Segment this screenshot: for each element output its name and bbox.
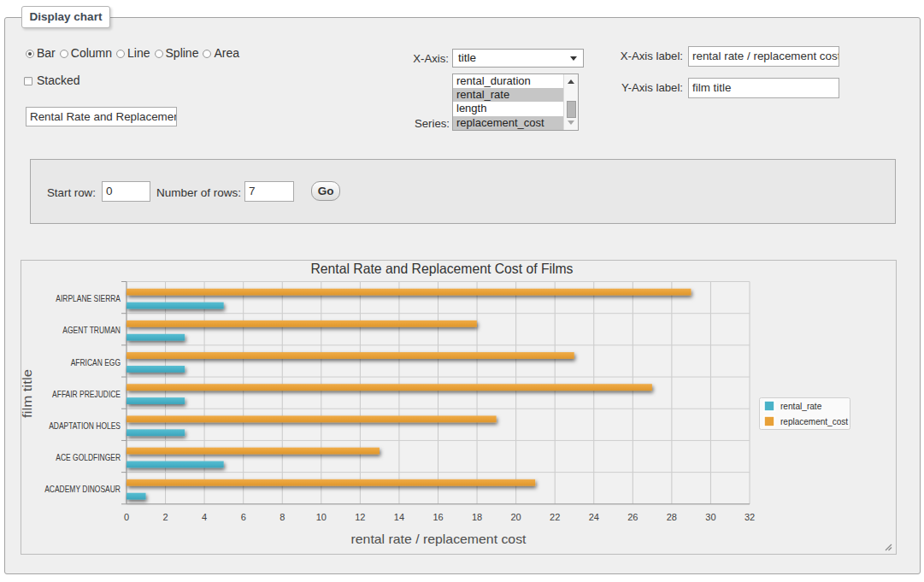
svg-text:4: 4 (202, 512, 207, 522)
svg-text:26: 26 (627, 512, 638, 522)
svg-text:0: 0 (124, 512, 129, 522)
svg-text:24: 24 (589, 512, 599, 522)
svg-text:ACE GOLDFINGER: ACE GOLDFINGER (56, 452, 121, 462)
svg-text:32: 32 (744, 512, 755, 522)
svg-text:AFRICAN EGG: AFRICAN EGG (71, 357, 121, 367)
svg-text:AFFAIR PREJUDICE: AFFAIR PREJUDICE (52, 389, 121, 399)
svg-text:Rental Rate and Replacement Co: Rental Rate and Replacement Cost of Film… (311, 261, 574, 276)
svg-text:film title: film title (21, 369, 34, 418)
svg-text:28: 28 (667, 512, 677, 522)
svg-text:6: 6 (241, 512, 246, 522)
svg-text:30: 30 (705, 512, 715, 522)
svg-text:AGENT TRUMAN: AGENT TRUMAN (62, 325, 121, 335)
svg-text:14: 14 (394, 512, 404, 522)
svg-text:16: 16 (433, 512, 443, 522)
svg-text:20: 20 (510, 512, 521, 522)
svg-text:AIRPLANE SIERRA: AIRPLANE SIERRA (56, 293, 121, 303)
svg-text:10: 10 (316, 512, 327, 522)
svg-text:ADAPTATION HOLES: ADAPTATION HOLES (49, 420, 121, 431)
svg-text:22: 22 (550, 512, 560, 522)
svg-text:ACADEMY DINOSAUR: ACADEMY DINOSAUR (44, 484, 121, 494)
svg-text:18: 18 (472, 512, 482, 522)
svg-text:8: 8 (280, 512, 285, 522)
svg-text:replacement_cost: replacement_cost (780, 416, 848, 426)
svg-text:12: 12 (355, 512, 365, 522)
svg-text:rental rate / replacement cost: rental rate / replacement cost (351, 532, 527, 546)
svg-text:2: 2 (162, 512, 168, 522)
svg-text:rental_rate: rental_rate (780, 401, 821, 411)
